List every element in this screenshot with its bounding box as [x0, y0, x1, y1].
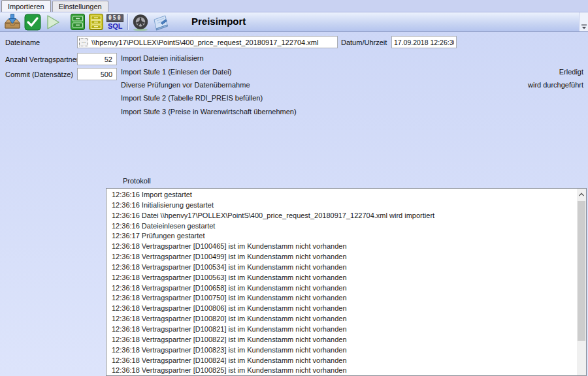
stage-label: Import Stufe 3 (Preise in Warenwirtschaf…: [121, 108, 297, 116]
stage-label: Diverse Prüfungen vor Datenübernahme: [121, 81, 250, 89]
log-line: 12:36:18 Vertragspartner [D100750] ist i…: [112, 293, 576, 304]
datum-uhrzeit-input[interactable]: [391, 36, 457, 48]
protokoll-scrollbar[interactable]: [577, 189, 586, 375]
notepad-button[interactable]: [152, 12, 169, 31]
log-line: 12:36:18 Vertragspartner [D100825] ist i…: [112, 366, 576, 376]
stage-status: wird durchgeführt: [528, 81, 583, 89]
toolbar: 050 SQL: [0, 12, 588, 32]
scrollbar-up-button[interactable]: [577, 189, 586, 200]
page-title: Preisimport: [191, 16, 246, 27]
log-line: 12:36:18 Vertragspartner [D100465] ist i…: [112, 242, 576, 252]
log-line: 12:36:16 Initialisierung gestartet: [112, 200, 576, 211]
commit-datensaetze-input[interactable]: [77, 68, 117, 80]
log-line: 12:36:18 Vertragspartner [D100534] ist i…: [112, 262, 576, 273]
log-line: 12:36:18 Vertragspartner [D100820] ist i…: [112, 314, 576, 324]
import-file-icon: [3, 13, 22, 31]
log-line: 12:36:17 Prüfungen gestartet: [112, 231, 576, 242]
log-line: 12:36:18 Vertragspartner [D100499] ist i…: [112, 252, 576, 262]
toolbar-separator: [127, 14, 129, 30]
stage-row: Import Stufe 2 (Tabelle RDI_PREIS befüll…: [121, 91, 583, 104]
stage-label: Import Stufe 1 (Einlesen der Datei): [121, 68, 231, 76]
log-line: 12:36:18 Vertragspartner [D100563] ist i…: [112, 273, 576, 283]
log-line: 12:36:18 Vertragspartner [D100822] ist i…: [112, 335, 576, 345]
import-stages-list: Import Dateien initialisiern Import Stuf…: [121, 52, 583, 118]
log-line: 12:36:18 Vertragspartner [D100824] ist i…: [112, 356, 576, 366]
protokoll-label: Protokoll: [123, 177, 151, 185]
log-line: 12:36:16 Import gestartet: [112, 190, 576, 200]
check-icon: [24, 14, 41, 31]
tab-einstellungen[interactable]: Einstellungen: [52, 1, 108, 12]
protokoll-lines: 12:36:16 Import gestartet 12:36:16 Initi…: [106, 190, 576, 376]
scrollbar-thumb[interactable]: [578, 201, 585, 341]
anzahl-vertragspartner-label: Anzahl Vertragspartner: [5, 55, 79, 63]
log-line: 12:36:18 Vertragspartner [D100806] ist i…: [112, 304, 576, 314]
archive-green-icon: [70, 13, 86, 31]
commit-datensaetze-label: Commit (Datensätze): [5, 70, 73, 78]
stage-label: Import Stufe 2 (Tabelle RDI_PREIS befüll…: [121, 94, 263, 102]
tab-strip: Importieren Einstellungen: [0, 0, 588, 12]
sql-label: SQL: [108, 23, 123, 30]
archive-green-button[interactable]: [70, 12, 86, 31]
toolbar-overflow-button[interactable]: [581, 24, 587, 30]
check-button[interactable]: [24, 12, 41, 31]
archive-yellow-icon: [88, 13, 104, 31]
log-line: 12:36:16 Dateieinlesen gestartet: [112, 221, 576, 232]
stage-status: Erledigt: [559, 68, 583, 76]
stage-row: Diverse Prüfungen vor Datenübernahme wir…: [121, 78, 583, 91]
start-icon: [44, 14, 61, 31]
toolbar-overflow-area: [579, 12, 588, 31]
sql-digits: 050: [106, 14, 123, 22]
datum-uhrzeit-label: Datum/Uhrzeit: [341, 39, 387, 46]
stage-label: Import Dateien initialisiern: [121, 54, 204, 62]
log-line: 12:36:18 Vertragspartner [D100658] ist i…: [112, 283, 576, 294]
log-line: 12:36:16 Datei \\hpenvy17\POLLEX\PointS\…: [112, 211, 576, 221]
tab-importieren[interactable]: Importieren: [1, 0, 51, 12]
tire-icon: [131, 13, 150, 31]
tire-button[interactable]: [131, 12, 150, 31]
anzahl-vertragspartner-input[interactable]: [77, 53, 117, 65]
preisimport-window: Importieren Einstellungen: [0, 0, 588, 376]
log-line: 12:36:18 Vertragspartner [D100821] ist i…: [112, 324, 576, 335]
archive-yellow-button[interactable]: [88, 12, 104, 31]
dateiname-label: Dateiname: [5, 39, 40, 46]
stage-row: Import Stufe 3 (Preise in Warenwirtschaf…: [121, 105, 583, 118]
start-button[interactable]: [44, 12, 61, 31]
notepad-icon: [152, 14, 169, 31]
overflow-grip-icon: [581, 24, 587, 30]
import-file-button[interactable]: [3, 12, 22, 31]
toolbar-button-area: 050 SQL: [0, 12, 579, 31]
sql-icon: 050 SQL: [106, 14, 123, 30]
browse-button[interactable]: ...: [79, 38, 88, 46]
sql-button[interactable]: 050 SQL: [106, 12, 123, 31]
stage-row: Import Stufe 1 (Einlesen der Datei) Erle…: [121, 65, 583, 78]
dateiname-input[interactable]: [77, 36, 338, 48]
stage-row: Import Dateien initialisiern: [121, 52, 583, 65]
chevron-up-icon: [578, 193, 585, 196]
log-line: 12:36:18 Vertragspartner [D100823] ist i…: [112, 345, 576, 356]
protokoll-listbox[interactable]: 12:36:16 Import gestartet 12:36:16 Initi…: [106, 188, 587, 376]
